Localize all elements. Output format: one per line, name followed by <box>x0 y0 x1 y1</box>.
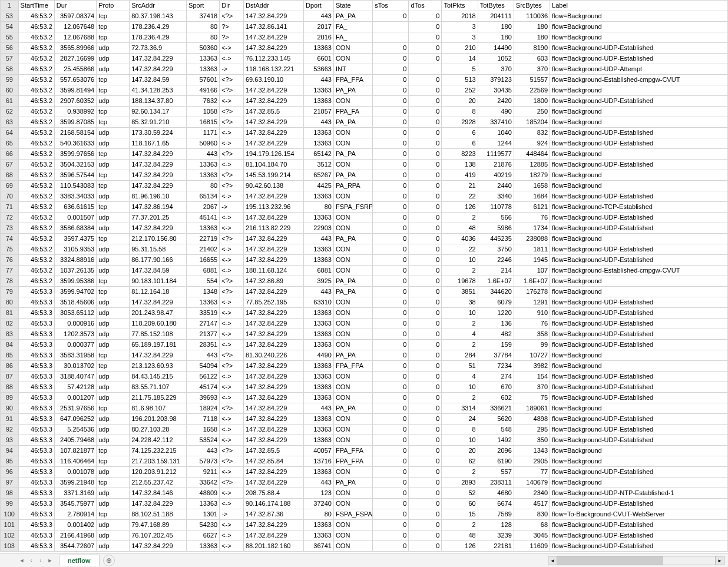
cell[interactable]: tcp <box>97 22 130 32</box>
cell[interactable]: 2 <box>442 340 478 350</box>
cell[interactable]: 379123 <box>478 75 514 85</box>
cell[interactable]: 443 <box>303 403 333 414</box>
cell[interactable]: 0 <box>373 435 409 446</box>
cell[interactable]: 419 <box>442 170 478 181</box>
cell[interactable]: 830 <box>514 509 550 520</box>
cell[interactable]: <?> <box>220 149 244 160</box>
cell[interactable]: 0 <box>409 340 442 350</box>
cell[interactable]: flow=Background <box>550 170 728 181</box>
cell[interactable]: 195.113.232.96 <box>243 202 303 213</box>
cell[interactable]: 6 <box>442 128 478 138</box>
cell[interactable]: 13363 <box>303 467 333 478</box>
cell[interactable]: 147.32.84.229 <box>243 467 303 478</box>
cell[interactable]: 147.32.84.229 <box>243 11 303 22</box>
cell[interactable]: udp <box>97 329 130 340</box>
cell[interactable]: <-> <box>220 213 244 223</box>
cell[interactable]: 13363 <box>187 54 220 64</box>
cell[interactable]: 13363 <box>303 319 333 329</box>
cell[interactable]: tcp <box>97 509 130 520</box>
cell[interactable]: 46:53.2 <box>18 160 54 170</box>
cell[interactable] <box>373 22 409 32</box>
cell[interactable]: flow=Background-UDP-Established <box>550 297 728 308</box>
cell[interactable]: 2246 <box>478 255 514 266</box>
cell[interactable]: 636.61615 <box>54 202 96 213</box>
cell[interactable]: 0 <box>409 382 442 393</box>
cell[interactable]: 147.32.84.229 <box>243 138 303 149</box>
add-sheet-button[interactable]: ⊕ <box>103 555 115 566</box>
cell[interactable]: flow=Background-UDP-Established <box>550 255 728 266</box>
cell[interactable]: 213.123.60.93 <box>130 361 187 372</box>
cell[interactable]: 46:53.3 <box>18 297 54 308</box>
cell[interactable]: flow=Background-UDP-Established <box>550 414 728 425</box>
cell[interactable]: 1945 <box>514 255 550 266</box>
cell[interactable]: 5620 <box>478 414 514 425</box>
cell[interactable]: 138 <box>442 160 478 170</box>
cell[interactable]: 118.168.132.221 <box>243 64 303 75</box>
cell[interactable]: 10 <box>442 382 478 393</box>
cell[interactable]: 6601 <box>303 54 333 64</box>
cell[interactable]: flow=Background-UDP-Established <box>550 340 728 350</box>
cell[interactable]: flow=Background <box>550 149 728 160</box>
cell[interactable]: 3925 <box>303 276 333 287</box>
cell[interactable]: 81.12.164.18 <box>130 287 187 297</box>
cell[interactable]: 0 <box>409 170 442 181</box>
cell[interactable]: 147.32.84.229 <box>243 393 303 403</box>
cell[interactable]: 0 <box>409 234 442 244</box>
cell[interactable]: 51557 <box>514 75 550 85</box>
cell[interactable]: tcp <box>97 11 130 22</box>
cell[interactable]: tcp <box>97 75 130 85</box>
cell[interactable]: <-> <box>220 191 244 202</box>
row-header[interactable]: 74 <box>1 234 19 244</box>
cell[interactable]: <?> <box>220 403 244 414</box>
row-header[interactable]: 98 <box>1 488 19 499</box>
cell[interactable]: 16655 <box>187 255 220 266</box>
cell[interactable]: 18279 <box>514 170 550 181</box>
cell[interactable]: 3545.75977 <box>54 499 96 509</box>
cell[interactable]: udp <box>97 138 130 149</box>
cell[interactable]: PA_PA <box>333 234 372 244</box>
cell[interactable]: 147.32.84.229 <box>243 530 303 541</box>
cell[interactable]: 65267 <box>303 170 333 181</box>
cell[interactable]: 0 <box>409 308 442 319</box>
cell[interactable]: 46:53.3 <box>18 467 54 478</box>
cell[interactable]: 2 <box>442 319 478 329</box>
cell[interactable]: 46:53.2 <box>18 276 54 287</box>
cell[interactable]: 13363 <box>303 308 333 319</box>
cell[interactable]: FPA_FA <box>333 107 372 117</box>
cell[interactable]: 0 <box>409 138 442 149</box>
cell[interactable]: 46:53.2 <box>18 107 54 117</box>
cell[interactable]: 0 <box>373 382 409 393</box>
cell[interactable]: 13363 <box>303 372 333 382</box>
cell[interactable]: 9211 <box>187 467 220 478</box>
column-header[interactable]: TotBytes <box>478 1 514 11</box>
cell[interactable]: 77.37.201.25 <box>130 213 187 223</box>
cell[interactable]: 81.104.184.70 <box>243 160 303 170</box>
cell[interactable]: 0 <box>373 499 409 509</box>
row-header[interactable]: 95 <box>1 456 19 467</box>
cell[interactable]: 252 <box>442 85 478 96</box>
cell[interactable]: 2 <box>442 520 478 530</box>
cell[interactable]: 2928 <box>442 117 478 128</box>
cell[interactable]: udp <box>97 223 130 234</box>
cell[interactable]: 46:53.2 <box>18 138 54 149</box>
cell[interactable]: 3851 <box>442 287 478 297</box>
sheet-tab-active[interactable]: netflow <box>59 555 100 566</box>
cell[interactable]: flow=Background <box>550 456 728 467</box>
cell[interactable]: flow=Background-UDP-Established <box>550 499 728 509</box>
cell[interactable]: 6190 <box>478 456 514 467</box>
cell[interactable]: -> <box>220 202 244 213</box>
cell[interactable]: 5.254536 <box>54 425 96 435</box>
cell[interactable]: 46:53.3 <box>18 287 54 297</box>
cell[interactable]: 13363 <box>303 191 333 202</box>
cell[interactable]: 20 <box>442 96 478 107</box>
cell[interactable]: 13363 <box>303 530 333 541</box>
cell[interactable]: 1301 <box>187 509 220 520</box>
row-header[interactable]: 70 <box>1 191 19 202</box>
cell[interactable]: flow=Background <box>550 117 728 128</box>
cell[interactable]: 10727 <box>514 350 550 361</box>
cell[interactable]: 2827.16699 <box>54 54 96 64</box>
cell[interactable]: 194.179.126.154 <box>243 149 303 160</box>
cell[interactable]: 3586.68384 <box>54 223 96 234</box>
cell[interactable]: 2.780914 <box>54 509 96 520</box>
cell[interactable]: 1220 <box>478 308 514 319</box>
